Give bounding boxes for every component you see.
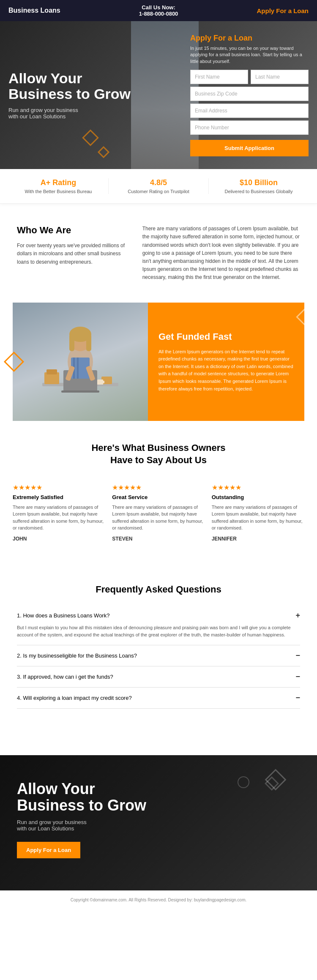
who-heading: Who We Are	[17, 225, 130, 236]
testimonials-section: Here's What Business Owners Have to Say …	[0, 421, 317, 567]
faq-heading: Frequently Asked Questions	[17, 584, 300, 595]
testimonial-card-2: ★★★★★ Outstanding There are many variati…	[212, 479, 304, 546]
stars-2: ★★★★★	[212, 483, 304, 491]
header-apply-link[interactable]: Apply For a Loan	[257, 7, 309, 14]
testimonial-card-1: ★★★★★ Great Service There are many varia…	[112, 479, 205, 546]
testimonials-heading: Here's What Business Owners Have to Say …	[13, 442, 304, 466]
faq-toggle-3[interactable]: −	[295, 693, 300, 702]
faq-toggle-1[interactable]: −	[295, 651, 300, 660]
woman-illustration	[38, 311, 123, 412]
funded-section: Get Funded Fast All the Lorem Ipsum gene…	[13, 303, 304, 421]
svg-rect-6	[69, 334, 74, 351]
faq-question-text-2: 3. If approved, how can i get the funds?	[17, 674, 113, 680]
form-description: In just 15 minutes, you can be on your w…	[190, 45, 309, 65]
last-name-input[interactable]	[251, 70, 309, 84]
who-left: Who We Are For over twenty years we've p…	[17, 225, 130, 281]
funded-heading: Get Funded Fast	[158, 331, 294, 342]
bottom-hero-heading: Allow Your Business to Grow	[17, 781, 300, 814]
hero-subtext: Run and grow your business with our Loan…	[8, 107, 182, 120]
stats-section: A+ Rating With the Better Business Burea…	[0, 169, 317, 204]
faq-question-text-3: 4. Will exploring a loan impact my credi…	[17, 695, 132, 701]
apply-for-loan-button[interactable]: Apply For a Loan	[17, 842, 80, 858]
who-left-text: For over twenty years we've provided mil…	[17, 242, 130, 266]
faq-toggle-2[interactable]: −	[295, 672, 300, 681]
testimonial-title-1: Great Service	[112, 494, 205, 500]
faq-question-3[interactable]: 4. Will exploring a loan impact my credi…	[17, 693, 300, 702]
faq-section: Frequently Asked Questions 1. How does a…	[0, 567, 317, 730]
hero-section: Allow Your Business to Grow Run and grow…	[0, 21, 317, 169]
faq-question-1[interactable]: 2. Is my businesseligible for the Busine…	[17, 651, 300, 660]
phone-input[interactable]	[190, 120, 309, 135]
hero-text: Allow Your Business to Grow Run and grow…	[8, 71, 182, 120]
stat-billion: $10 Billion Delivered to Businesses Glob…	[209, 178, 309, 194]
faq-answer-0: But I must explain to you how all this m…	[17, 620, 300, 639]
funded-diamond-right	[296, 309, 313, 326]
testimonial-name-0: JOHN	[13, 536, 105, 542]
spacer	[0, 730, 317, 755]
who-right-text: There are many variations of passages of…	[142, 225, 300, 281]
who-we-are-section: Who We Are For over twenty years we've p…	[0, 204, 317, 303]
submit-button[interactable]: Submit Application	[190, 140, 309, 156]
stat-trustpilot: 4.8/5 Customer Rating on Trustpilot	[109, 178, 209, 194]
testimonial-title-2: Outstanding	[212, 494, 304, 500]
funded-text: All the Lorem Ipsum generators on the In…	[158, 348, 294, 393]
stat-rating: A+ Rating With the Better Business Burea…	[8, 178, 109, 194]
footer-text: Copyright ©domainname.com. All Rights Re…	[71, 898, 246, 902]
testimonial-title-0: Extremely Satisfied	[13, 494, 105, 500]
faq-question-0[interactable]: 1. How does a Business Loans Work? +	[17, 611, 300, 620]
faq-item-1: 2. Is my businesseligible for the Busine…	[17, 645, 300, 666]
footer: Copyright ©domainname.com. All Rights Re…	[0, 890, 317, 909]
bottom-circle-decorator	[238, 776, 249, 788]
site-logo: Business Loans	[8, 7, 60, 14]
svg-rect-14	[97, 379, 103, 385]
faq-toggle-0[interactable]: +	[295, 611, 300, 620]
testimonial-body-1: There are many variations of passages of…	[112, 504, 205, 532]
bottom-hero-section: Allow Your Business to Grow Run and grow…	[0, 755, 317, 890]
testimonial-name-1: STEVEN	[112, 536, 205, 542]
svg-rect-2	[61, 390, 99, 393]
testimonial-card-0: ★★★★★ Extremely Satisfied There are many…	[13, 479, 105, 546]
funded-content: Get Funded Fast All the Lorem Ipsum gene…	[148, 303, 304, 421]
email-input[interactable]	[190, 104, 309, 118]
svg-rect-15	[103, 381, 104, 383]
faq-item-0: 1. How does a Business Loans Work? + But…	[17, 605, 300, 645]
faq-question-text-0: 1. How does a Business Loans Work?	[17, 612, 109, 619]
zip-input[interactable]	[190, 87, 309, 101]
header: Business Loans Call Us Now: 1-888-000-08…	[0, 0, 317, 21]
bottom-hero-subtext: Run and grow your business with our Loan…	[17, 819, 300, 832]
testimonial-name-2: JENNIFER	[212, 536, 304, 542]
testimonials-grid: ★★★★★ Extremely Satisfied There are many…	[13, 479, 304, 546]
svg-rect-10	[77, 358, 79, 379]
faq-question-2[interactable]: 3. If approved, how can i get the funds?…	[17, 672, 300, 681]
stars-0: ★★★★★	[13, 483, 105, 491]
faq-item-2: 3. If approved, how can i get the funds?…	[17, 666, 300, 688]
first-name-input[interactable]	[190, 70, 248, 84]
form-title: Apply For a Loan	[190, 34, 309, 43]
faq-question-text-1: 2. Is my businesseligible for the Busine…	[17, 652, 137, 659]
hero-heading: Allow Your Business to Grow	[8, 71, 182, 102]
testimonial-body-0: There are many variations of passages of…	[13, 504, 105, 532]
funded-image	[13, 303, 148, 421]
hero-form: Apply For a Loan In just 15 minutes, you…	[190, 34, 309, 156]
faq-item-3: 4. Will exploring a loan impact my credi…	[17, 688, 300, 709]
svg-rect-7	[86, 334, 91, 351]
testimonial-body-2: There are many variations of passages of…	[212, 504, 304, 532]
svg-rect-12	[46, 369, 57, 374]
phone-number: Call Us Now: 1-888-000-0800	[139, 4, 178, 17]
stars-1: ★★★★★	[112, 483, 205, 491]
